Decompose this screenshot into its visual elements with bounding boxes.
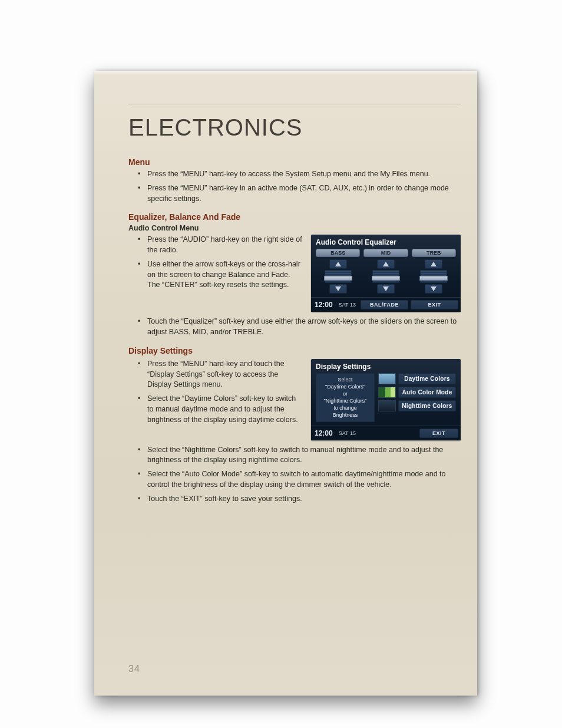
clock-display: 12:00 [313, 429, 334, 438]
menu-bullets: Press the “MENU” hard-key to access the … [128, 169, 461, 204]
list-item: Touch the “EXIT” soft-key to save your s… [128, 494, 461, 505]
manual-page: ELECTRONICS Menu Press the “MENU” hard-k… [94, 71, 477, 696]
sat-display: SAT 13 [336, 300, 358, 309]
list-item: Select the “Nighttime Colors” soft-key t… [128, 445, 461, 466]
list-item: Press the “MENU” hard-key and touch the … [128, 359, 461, 390]
list-item: Use either the arrow soft-keys or the cr… [128, 259, 461, 291]
exit-button[interactable]: EXIT [419, 429, 458, 438]
list-item: Select the “Auto Color Mode” soft-key to… [128, 469, 461, 490]
section-heading-equalizer: Equalizer, Balance And Fade [128, 212, 461, 222]
list-item: Touch the “Equalizer” soft-key and use e… [128, 317, 461, 338]
page-number: 34 [128, 664, 140, 674]
sub-heading-audio-control: Audio Control Menu [128, 224, 461, 232]
section-heading-menu: Menu [128, 157, 461, 167]
list-item: Press the “MENU” hard-key in an active m… [128, 183, 461, 205]
display-bullets-below: Select the “Nighttime Colors” soft-key t… [128, 445, 461, 505]
section-heading-display: Display Settings [128, 346, 461, 355]
clock-display: 12:00 [313, 300, 334, 309]
exit-button[interactable]: EXIT [411, 300, 458, 309]
list-item: Press the “AUDIO” hard-key on the right … [128, 235, 461, 256]
top-rule [128, 104, 461, 104]
bal-fade-button[interactable]: BAL/FADE [361, 300, 408, 309]
list-item: Select the “Daytime Colors” soft-key to … [128, 394, 461, 425]
eq-bullets-below: Touch the “Equalizer” soft-key and use e… [128, 317, 461, 338]
list-item: Press the “MENU” hard-key to access the … [128, 169, 461, 180]
sat-display: SAT 15 [336, 429, 358, 438]
page-title: ELECTRONICS [128, 114, 461, 141]
eq-bullets: Press the “AUDIO” hard-key on the right … [128, 235, 461, 291]
